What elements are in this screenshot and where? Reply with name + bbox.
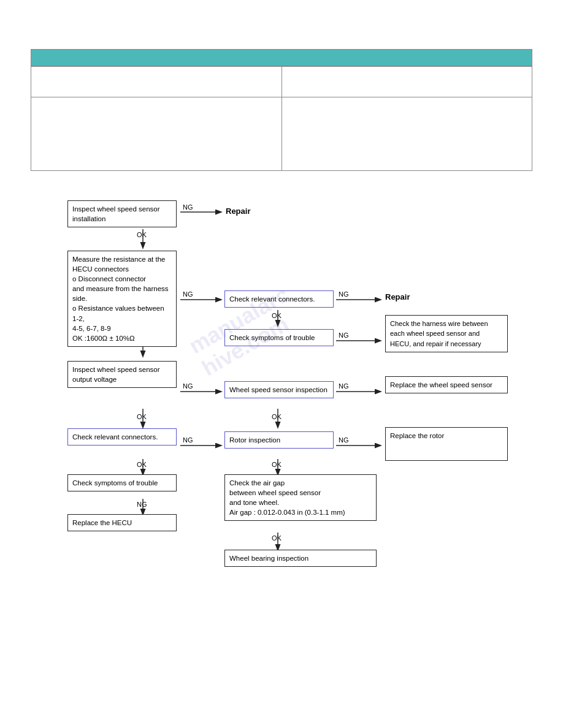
box-check-air-gap: Check the air gap between wheel speed se… [224, 474, 377, 521]
box-replace-hecu: Replace the HECU [67, 514, 177, 531]
table-row [31, 97, 532, 171]
svg-text:OK: OK [137, 231, 147, 238]
box-wheel-speed-inspection: Wheel speed sensor inspection [224, 381, 334, 398]
repair-label-1: Repair [226, 207, 250, 216]
svg-text:NG: NG [339, 332, 349, 339]
svg-text:OK: OK [272, 461, 282, 468]
box-check-symptoms-2: Check symptoms of trouble [67, 474, 177, 491]
box-check-harness: Check the harness wire between each whee… [385, 315, 508, 352]
table-cell [31, 97, 282, 171]
svg-text:OK: OK [137, 461, 147, 468]
box-check-connectors-1: Check relevant connectors. [224, 290, 334, 308]
box-inspect-output-voltage: Inspect wheel speed sensor output voltag… [67, 361, 177, 388]
table-cell [282, 67, 532, 97]
svg-text:NG: NG [339, 382, 349, 390]
box-inspect-installation: Inspect wheel speed sensor installation [67, 200, 177, 227]
svg-text:NG: NG [183, 436, 193, 444]
box-replace-rotor: Replace the rotor [385, 427, 508, 461]
top-table [31, 66, 532, 171]
repair-label-2: Repair [385, 292, 410, 301]
svg-text:NG: NG [339, 290, 349, 298]
svg-text:OK: OK [137, 413, 147, 420]
svg-text:NG: NG [339, 436, 349, 444]
svg-text:NG: NG [183, 382, 193, 390]
box-replace-wheel-speed-sensor: Replace the wheel speed sensor [385, 376, 508, 393]
table-header [31, 49, 532, 66]
svg-text:OK: OK [272, 534, 282, 542]
box-wheel-bearing-inspection: Wheel bearing inspection [224, 550, 377, 567]
box-rotor-inspection: Rotor inspection [224, 431, 334, 449]
top-table-section [31, 49, 532, 171]
flowchart: manualarchive.com NG OK NG NG OK NG OK N… [31, 195, 532, 624]
box-check-connectors-2: Check relevant connectors. [67, 428, 177, 446]
svg-text:OK: OK [272, 413, 282, 420]
table-row [31, 67, 532, 97]
table-cell [31, 67, 282, 97]
box-measure-resistance: Measure the resistance at the HECU conne… [67, 251, 177, 347]
svg-text:NG: NG [183, 290, 193, 298]
table-cell [282, 97, 532, 171]
svg-text:NG: NG [183, 203, 193, 211]
svg-text:NG: NG [137, 501, 147, 508]
svg-text:OK: OK [272, 312, 282, 319]
box-check-symptoms-1: Check symptoms of trouble [224, 329, 334, 346]
